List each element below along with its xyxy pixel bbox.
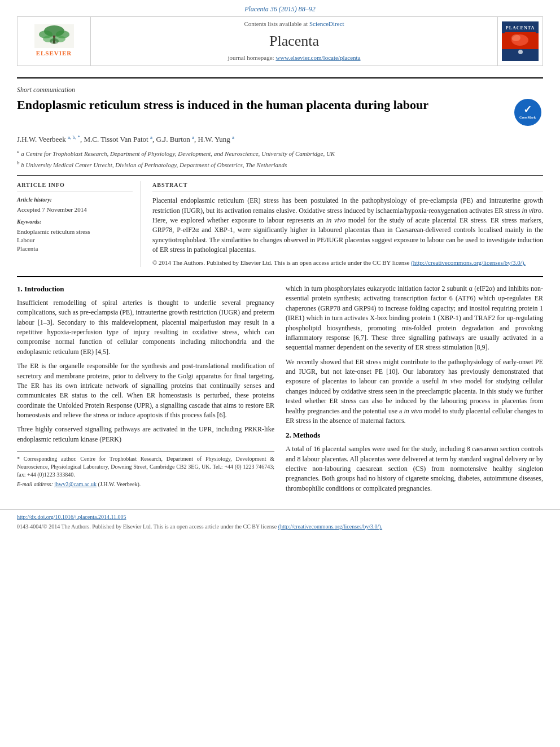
article-info-label: ARTICLE INFO (17, 181, 133, 191)
top-divider (17, 77, 543, 78)
right-para-1: which in turn phosphorylates eukaryotic … (286, 284, 543, 353)
authors: J.H.W. Veerbeek a, b, *, M.C. Tissot Van… (17, 134, 543, 145)
accepted-date: Accepted 7 November 2014 (17, 206, 133, 214)
journal-title: Placenta (269, 31, 319, 51)
placenta-logo-icon-bottom (518, 49, 523, 55)
homepage-link[interactable]: www.elsevier.com/locate/placenta (275, 54, 360, 61)
body-text: 1. Introduction Insufficient remodelling… (17, 284, 543, 498)
journal-logo-right: PLACENTA (497, 17, 542, 65)
citation-text: Placenta 36 (2015) 88–92 (244, 5, 316, 13)
abstract-copyright: © 2014 The Authors. Published by Elsevie… (152, 259, 543, 267)
bottom-cc-link[interactable]: (http://creativecommons.org/licenses/by/… (278, 523, 383, 530)
crossmark-badge: ✓ CrossMark (512, 97, 543, 128)
journal-header-center: Contents lists available at ScienceDirec… (91, 17, 497, 65)
article-type: Short communication (17, 85, 543, 95)
elsevier-text: ELSEVIER (36, 49, 72, 58)
intro-para-2: The ER is the organelle responsible for … (17, 361, 274, 420)
footnote-area: * Corresponding author. Centre for Troph… (17, 451, 274, 488)
doi-link[interactable]: http://dx.doi.org/10.1016/j.placenta.201… (17, 513, 543, 521)
svg-point-7 (50, 38, 59, 44)
footnote-corresponding: * Corresponding author. Centre for Troph… (17, 455, 274, 479)
affiliations: a a Centre for Trophoblast Research, Dep… (17, 148, 543, 176)
abstract-col: ABSTRACT Placental endoplasmic reticulum… (152, 181, 543, 267)
elsevier-tree-icon (34, 24, 74, 48)
svg-point-11 (518, 50, 523, 54)
keyword-1: Endoplasmic reticulum stress (17, 228, 133, 236)
body-divider (17, 276, 543, 277)
methods-para-1: A total of 16 placental samples were use… (286, 444, 543, 493)
footnote-email: E-mail address: jhwv2@cam.ac.uk (J.H.W. … (17, 480, 274, 488)
intro-para-3: Three highly conserved signalling pathwa… (17, 425, 274, 444)
sciencedirect-prefix: Contents lists available at (244, 20, 308, 27)
elsevier-logo: ELSEVIER (34, 24, 74, 58)
bottom-license: 0143-4004/© 2014 The Authors. Published … (17, 523, 543, 531)
journal-homepage-line: journal homepage: www.elsevier.com/locat… (228, 54, 360, 62)
affil-b: b b University Medical Center Utrecht, D… (17, 159, 543, 169)
page-wrapper: Placenta 36 (2015) 88–92 ELSEVIER (0, 0, 560, 747)
affil-a: a a Centre for Trophoblast Research, Dep… (17, 148, 543, 158)
keyword-3: Placenta (17, 244, 133, 253)
methods-heading: 2. Methods (286, 430, 543, 441)
article-info-col: ARTICLE INFO Article history: Accepted 7… (17, 181, 141, 267)
crossmark-circle: ✓ CrossMark (514, 99, 541, 126)
crossmark-label: CrossMark (519, 115, 536, 120)
citation-bar: Placenta 36 (2015) 88–92 (0, 0, 560, 16)
bottom-bar: http://dx.doi.org/10.1016/j.placenta.201… (0, 509, 560, 534)
intro-para-1: Insufficient remodelling of spiral arter… (17, 298, 274, 357)
intro-heading: 1. Introduction (17, 284, 274, 295)
placenta-journal-logo: PLACENTA (502, 21, 539, 61)
placenta-logo-text: PLACENTA (506, 25, 535, 31)
svg-point-10 (511, 34, 520, 41)
history-label: Article history: (17, 196, 133, 204)
authors-text: J.H.W. Veerbeek a, b, *, M.C. Tissot Van… (17, 135, 234, 143)
keywords-label: Keywords: (17, 218, 133, 226)
cc-license-link[interactable]: (http://creativecommons.org/licenses/by/… (411, 259, 526, 266)
crossmark-symbol: ✓ (523, 104, 532, 115)
main-content: Short communication Endoplasmic reticulu… (0, 66, 560, 509)
journal-header: ELSEVIER Contents lists available at Sci… (17, 16, 543, 66)
keyword-2: Labour (17, 236, 133, 244)
article-title: Endoplasmic reticulum stress is induced … (17, 97, 505, 113)
article-info-abstract: ARTICLE INFO Article history: Accepted 7… (17, 181, 543, 267)
placenta-logo-image (505, 32, 536, 48)
body-right-col: which in turn phosphorylates eukaryotic … (286, 284, 543, 498)
homepage-prefix: journal homepage: (228, 54, 274, 61)
title-row: Endoplasmic reticulum stress is induced … (17, 97, 543, 128)
abstract-text: Placental endoplasmic reticulum (ER) str… (152, 196, 543, 255)
right-para-2: We recently showed that ER stress might … (286, 357, 543, 426)
email-link[interactable]: jhwv2@cam.ac.uk (54, 481, 97, 487)
elsevier-logo-area: ELSEVIER (18, 17, 91, 65)
abstract-label: ABSTRACT (152, 181, 543, 191)
sciencedirect-link[interactable]: ScienceDirect (309, 20, 344, 27)
body-left-col: 1. Introduction Insufficient remodelling… (17, 284, 274, 498)
sciencedirect-line: Contents lists available at ScienceDirec… (244, 20, 344, 28)
